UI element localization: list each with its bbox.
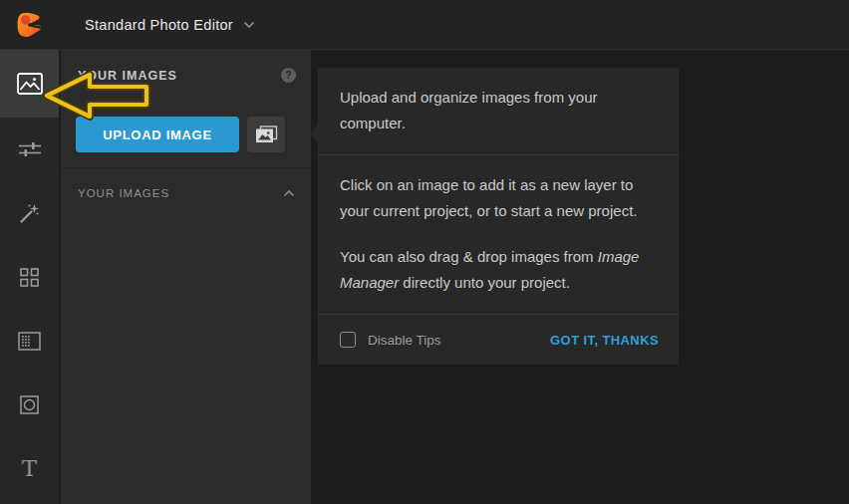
- panel-divider: [61, 167, 311, 168]
- images-panel: YOUR IMAGES ? UPLOAD IMAGE YOUR IMAGES: [61, 50, 311, 504]
- sidebar-item-effects[interactable]: [0, 181, 59, 245]
- disable-tips-control: Disable Tips: [340, 332, 441, 348]
- tooltip-footer: Disable Tips GOT IT, THANKS: [318, 314, 679, 365]
- tooltip-paragraph-2: Click on an image to add it as a new lay…: [340, 172, 657, 224]
- tooltip-paragraph-3-tail: directly unto your project.: [399, 274, 570, 291]
- overlay-icon: [20, 395, 39, 414]
- page-title: Standard Photo Editor: [85, 17, 233, 33]
- image-manager-button[interactable]: [247, 117, 285, 152]
- sidebar-item-edit[interactable]: [0, 118, 59, 181]
- editor-mode-dropdown[interactable]: Standard Photo Editor: [85, 17, 255, 33]
- chevron-up-icon: [283, 190, 295, 197]
- text-tool-icon: T: [22, 457, 37, 480]
- sidebar-item-graphics[interactable]: [0, 245, 59, 309]
- tool-sidebar: T: [0, 50, 60, 504]
- tooltip-paragraph-1: Upload and organize images from your com…: [340, 85, 657, 136]
- sidebar-item-images[interactable]: [0, 50, 59, 118]
- image-stack-icon: [255, 126, 278, 144]
- magic-wand-icon: [19, 203, 40, 224]
- upload-image-button[interactable]: UPLOAD IMAGE: [76, 117, 239, 152]
- chevron-down-icon: [243, 21, 255, 29]
- disable-tips-checkbox[interactable]: [340, 332, 356, 348]
- section-label: YOUR IMAGES: [78, 187, 169, 199]
- sliders-icon: [19, 141, 41, 157]
- tooltip-section-1: Upload and organize images from your com…: [318, 68, 679, 154]
- sidebar-item-text[interactable]: T: [0, 436, 59, 500]
- frame-icon: [18, 332, 41, 351]
- app-logo[interactable]: [0, 9, 60, 41]
- your-images-section-toggle[interactable]: YOUR IMAGES: [61, 179, 311, 207]
- sidebar-item-overlays[interactable]: [0, 373, 59, 436]
- colorcinch-logo-icon: [14, 9, 46, 41]
- panel-header: YOUR IMAGES ?: [61, 50, 311, 83]
- tooltip-pointer: [310, 124, 318, 143]
- help-icon[interactable]: ?: [281, 68, 296, 83]
- photo-icon: [17, 73, 43, 95]
- panel-title: YOUR IMAGES: [78, 69, 177, 83]
- sidebar-item-frames[interactable]: [0, 309, 59, 373]
- got-it-thanks-button[interactable]: GOT IT, THANKS: [550, 333, 659, 348]
- tooltip-paragraph-3: You can also drag & drop images from Ima…: [340, 244, 657, 296]
- tooltip-section-2: Click on an image to add it as a new lay…: [318, 154, 679, 314]
- upload-row: UPLOAD IMAGE: [76, 117, 285, 152]
- disable-tips-label: Disable Tips: [368, 333, 441, 348]
- top-bar: Standard Photo Editor: [0, 0, 849, 50]
- grid-icon: [20, 268, 39, 287]
- tooltip-paragraph-3-text: You can also drag & drop images from: [340, 248, 598, 265]
- tips-tooltip: Upload and organize images from your com…: [318, 68, 679, 365]
